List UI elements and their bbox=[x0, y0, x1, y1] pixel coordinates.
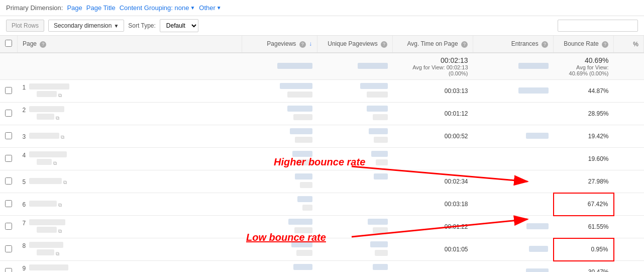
pageviews-header: Pageviews ? ↓ bbox=[242, 36, 317, 53]
row-number: 6 bbox=[23, 201, 29, 208]
avg-time-help-icon[interactable]: ? bbox=[461, 41, 468, 48]
primary-dimension-bar: Primary Dimension: Page Page Title Conte… bbox=[0, 0, 644, 16]
bounce-rate-help-icon[interactable]: ? bbox=[602, 41, 608, 48]
pageviews-cell bbox=[242, 261, 317, 273]
avg-time-cell: 00:01:22 bbox=[393, 216, 473, 238]
unique-pageviews-cell bbox=[317, 216, 393, 238]
unique-pageviews-cell bbox=[317, 80, 393, 103]
unique-pageviews-bar bbox=[360, 83, 388, 89]
pageviews-bar bbox=[295, 173, 312, 179]
content-grouping-dropdown[interactable]: Content Grouping: none ▼ bbox=[120, 4, 195, 12]
unique-pageviews-cell bbox=[317, 125, 393, 148]
pageviews-bar bbox=[291, 241, 312, 247]
plot-rows-button[interactable]: Plot Rows bbox=[6, 20, 44, 32]
row-number: 5 bbox=[23, 178, 29, 186]
pageviews-bar bbox=[297, 196, 312, 202]
pct-cell bbox=[614, 170, 644, 193]
bounce-rate-cell: 19.60% bbox=[554, 148, 614, 170]
table-row: 3 ⧉00:00:5219.42% bbox=[0, 125, 644, 148]
pageviews-value-blurred bbox=[294, 227, 312, 233]
row-checkbox[interactable] bbox=[5, 110, 12, 117]
pageviews-cell bbox=[242, 216, 317, 238]
unique-pageviews-bar bbox=[369, 128, 388, 134]
external-link-icon[interactable]: ⧉ bbox=[58, 228, 62, 234]
table-container: Page ? Pageviews ? ↓ Unique Pageviews ? … bbox=[0, 36, 644, 272]
row-checkbox[interactable] bbox=[5, 223, 12, 230]
avg-time-cell: 00:00:52 bbox=[393, 125, 473, 148]
page-title-link[interactable]: Page Title bbox=[86, 4, 116, 12]
avg-time-cell: 00:01:05 bbox=[393, 238, 473, 261]
row-checkbox[interactable] bbox=[5, 200, 12, 207]
entrances-bar bbox=[526, 268, 549, 273]
avg-row: 00:02:13 Avg for View: 00:02:13 (0.00%) … bbox=[0, 53, 644, 80]
entrances-cell bbox=[473, 125, 554, 148]
page-help-icon[interactable]: ? bbox=[40, 41, 46, 48]
external-link-icon[interactable]: ⧉ bbox=[58, 93, 62, 98]
page-url-blurred bbox=[29, 264, 68, 270]
pageviews-value-blurred bbox=[296, 250, 312, 256]
table-row: 7 ⧉00:01:2261.55% bbox=[0, 216, 644, 238]
unique-pageviews-value-blurred bbox=[374, 137, 388, 143]
page-link[interactable]: Page bbox=[67, 4, 82, 12]
unique-pageviews-bar bbox=[370, 241, 388, 247]
row-checkbox[interactable] bbox=[5, 268, 12, 273]
table-row: 5 ⧉00:02:3427.98% bbox=[0, 170, 644, 193]
external-link-icon[interactable]: ⧉ bbox=[53, 160, 57, 166]
external-link-icon[interactable]: ⧉ bbox=[58, 202, 62, 208]
page-cell: 8 ⧉ bbox=[18, 238, 242, 261]
select-all-checkbox[interactable] bbox=[5, 40, 12, 47]
external-link-icon[interactable]: ⧉ bbox=[63, 179, 67, 185]
entrances-cell bbox=[473, 148, 554, 170]
page-url-blurred bbox=[29, 178, 62, 184]
row-checkbox[interactable] bbox=[5, 132, 12, 139]
unique-pageviews-cell bbox=[317, 103, 393, 125]
avg-time-cell: 00:02:34 bbox=[393, 170, 473, 193]
avg-time-cell: 00:01:12 bbox=[393, 103, 473, 125]
search-input[interactable] bbox=[558, 20, 638, 32]
row-number: 1 bbox=[23, 84, 29, 91]
unique-pageviews-help-icon[interactable]: ? bbox=[381, 41, 387, 48]
page-cell: 6 ⧉ bbox=[18, 193, 242, 216]
entrances-help-icon[interactable]: ? bbox=[542, 41, 548, 48]
row-number: 9 bbox=[23, 265, 29, 272]
page-url-blurred bbox=[29, 219, 65, 225]
row-checkbox[interactable] bbox=[5, 155, 12, 162]
pct-cell bbox=[614, 80, 644, 103]
pageviews-sort-icon[interactable]: ↓ bbox=[309, 40, 312, 47]
toolbar: Plot Rows Secondary dimension ▼ Sort Typ… bbox=[0, 16, 644, 36]
external-link-icon[interactable]: ⧉ bbox=[56, 115, 59, 121]
row-checkbox[interactable] bbox=[5, 177, 12, 185]
unique-pageviews-cell bbox=[317, 238, 393, 261]
entrances-cell bbox=[473, 170, 554, 193]
avg-time-header: Avg. Time on Page ? bbox=[393, 36, 473, 53]
page-sub-blurred bbox=[37, 159, 52, 165]
external-link-icon[interactable]: ⧉ bbox=[61, 134, 64, 140]
row-checkbox[interactable] bbox=[5, 87, 12, 94]
page-cell: 9 ⧉ bbox=[18, 261, 242, 273]
row-number: 4 bbox=[23, 152, 29, 159]
secondary-dimension-button[interactable]: Secondary dimension ▼ bbox=[48, 20, 124, 32]
unique-pageviews-header: Unique Pageviews ? bbox=[317, 36, 393, 53]
entrances-bar bbox=[529, 246, 548, 252]
table-row: 1 ⧉00:03:1344.87% bbox=[0, 80, 644, 103]
unique-pageviews-bar bbox=[367, 106, 388, 112]
other-dropdown[interactable]: Other ▼ bbox=[199, 4, 221, 12]
page-sub-blurred bbox=[37, 91, 57, 97]
page-url-blurred bbox=[29, 201, 57, 207]
avg-time-cell bbox=[393, 261, 473, 273]
row-number: 2 bbox=[23, 107, 29, 114]
pageviews-bar bbox=[290, 128, 312, 134]
pageviews-value-blurred bbox=[295, 137, 312, 143]
external-link-icon[interactable]: ⧉ bbox=[56, 251, 59, 256]
entrances-cell bbox=[473, 80, 554, 103]
pct-header: % bbox=[614, 36, 644, 53]
unique-pageviews-value-blurred bbox=[376, 159, 388, 165]
sort-type-select[interactable]: Default bbox=[160, 19, 198, 32]
content-grouping-chevron-icon: ▼ bbox=[190, 5, 195, 11]
pct-cell bbox=[614, 238, 644, 261]
page-sub-blurred bbox=[37, 114, 54, 120]
pageviews-help-icon[interactable]: ? bbox=[299, 41, 306, 48]
row-checkbox[interactable] bbox=[5, 245, 12, 252]
pageviews-cell bbox=[242, 238, 317, 261]
bounce-rate-cell: 0.95% bbox=[554, 238, 614, 261]
